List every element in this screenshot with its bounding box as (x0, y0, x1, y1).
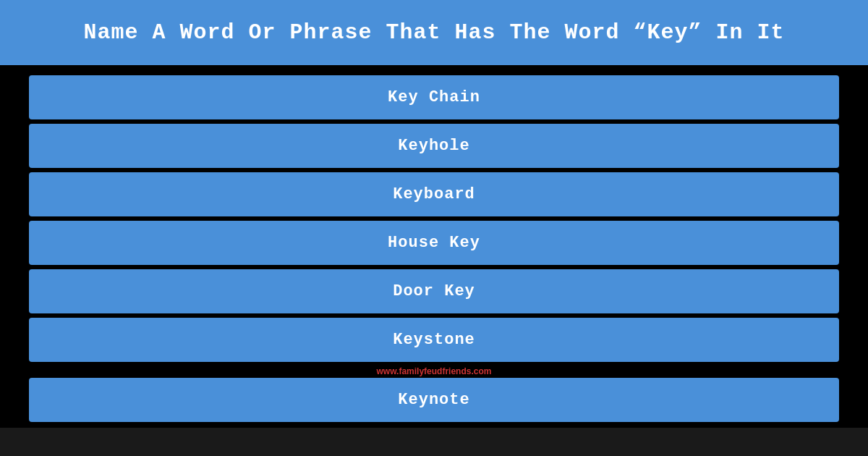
answer-label-7: Keynote (398, 391, 469, 409)
answer-label-3: Keyboard (393, 185, 475, 203)
question-title: Name A Word Or Phrase That Has The Word … (14, 20, 854, 45)
answer-row-2[interactable]: Keyhole (29, 124, 839, 168)
answer-row-4[interactable]: House Key (29, 221, 839, 265)
answer-label-5: Door Key (393, 282, 475, 300)
answer-row-1[interactable]: Key Chain (29, 75, 839, 119)
answer-label-4: House Key (388, 234, 480, 252)
answer-row-7[interactable]: Keynote (29, 378, 839, 422)
answer-label-1: Key Chain (388, 88, 480, 106)
watermark: www.familyfeudfriends.com (29, 366, 839, 376)
answer-row-5[interactable]: Door Key (29, 269, 839, 313)
answer-label-2: Keyhole (398, 137, 469, 155)
answer-row-6[interactable]: Keystone (29, 318, 839, 362)
answer-label-6: Keystone (393, 331, 475, 349)
last-answer-wrapper: www.familyfeudfriends.com Keynote (29, 366, 839, 422)
answer-row-3[interactable]: Keyboard (29, 172, 839, 216)
header-section: Name A Word Or Phrase That Has The Word … (0, 0, 868, 65)
answers-container: Key Chain Keyhole Keyboard House Key Doo… (0, 69, 868, 428)
